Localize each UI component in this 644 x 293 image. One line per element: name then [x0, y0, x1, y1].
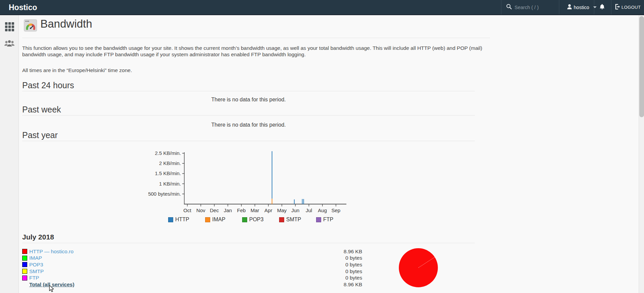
service-color-swatch — [22, 256, 27, 261]
chart-legend: HTTPIMAPPOP3SMTPFTP — [168, 217, 353, 223]
section-heading-past-24-hours: Past 24 hours — [22, 81, 475, 91]
legend-label: HTTP — [175, 217, 189, 223]
table-row: Total (all services)8.96 KB — [22, 281, 362, 288]
table-row: HTTP — hostico.ro8.96 KB — [22, 248, 362, 255]
legend-item: SMTP — [279, 217, 316, 223]
timezone-note: All times are in the “Europe/Helsinki” t… — [22, 67, 132, 73]
brand-logo[interactable]: Hostico — [9, 3, 37, 12]
x-axis-month-label: May — [277, 207, 287, 213]
section-heading-past-year: Past year — [22, 131, 475, 141]
title-divider — [22, 38, 490, 38]
service-usage-value: 0 bytes — [288, 255, 362, 261]
chevron-down-icon — [593, 6, 597, 8]
legend-label: POP3 — [249, 217, 264, 223]
service-link[interactable]: POP3 — [29, 262, 288, 268]
y-tick-label: 2.5 KB/min. — [155, 150, 181, 156]
y-tick-label: 2 KB/min. — [159, 160, 181, 166]
user-icon — [567, 4, 572, 11]
past-year-bandwidth-chart: 2.5 KB/min.2 KB/min.1.5 KB/min.1 KB/min.… — [121, 145, 356, 216]
legend-item: POP3 — [242, 217, 279, 223]
x-axis-month-label: Apr — [264, 207, 272, 213]
header-divider — [559, 0, 559, 14]
legend-item: HTTP — [168, 217, 205, 223]
x-axis-month-label: Jun — [291, 207, 299, 213]
x-axis-month-label: Nov — [196, 207, 205, 213]
logout-icon — [615, 4, 620, 11]
no-data-message: There is no data for this period. — [22, 122, 475, 128]
section-heading-july-2018: July 2018 — [22, 233, 475, 243]
y-tick-label: 1.5 KB/min. — [155, 170, 181, 176]
service-color-swatch — [22, 275, 27, 281]
table-row: SMTP0 bytes — [22, 268, 362, 275]
legend-swatch-ftp — [316, 217, 321, 222]
legend-swatch-smtp — [279, 217, 284, 222]
top-bar: Hostico Search ( / ) hostico LOGOUT — [0, 0, 644, 15]
y-tick-label: 500 bytes/min. — [148, 191, 181, 197]
x-axis-month-label: Feb — [237, 207, 246, 213]
y-tick-label: 1 KB/min. — [159, 181, 181, 187]
mouse-cursor — [49, 285, 56, 292]
section-heading-past-week: Past week — [22, 105, 475, 116]
header-divider — [611, 0, 611, 14]
service-color-swatch — [22, 269, 27, 274]
apps-grid-button[interactable] — [0, 21, 19, 34]
users-nav-button[interactable] — [0, 37, 19, 51]
x-axis-month-label: Mar — [251, 207, 259, 213]
service-link[interactable]: HTTP — hostico.ro — [29, 249, 288, 255]
legend-label: SMTP — [286, 217, 301, 223]
service-usage-value: 0 bytes — [288, 268, 362, 274]
search-input[interactable]: Search ( / ) — [506, 0, 557, 14]
legend-item: IMAP — [205, 217, 242, 223]
usage-table: HTTP — hostico.ro8.96 KBIMAP0 bytesPOP30… — [22, 248, 362, 288]
notifications-button[interactable] — [599, 0, 605, 14]
search-icon — [506, 4, 512, 11]
service-color-swatch — [22, 249, 27, 254]
x-axis-month-label: Jan — [224, 207, 232, 213]
service-link[interactable]: IMAP — [29, 255, 288, 261]
sidebar — [0, 15, 19, 293]
bandwidth-gauge-icon — [24, 19, 37, 33]
service-usage-value: 8.96 KB — [288, 249, 362, 255]
legend-swatch-imap — [205, 217, 210, 222]
service-color-swatch — [22, 262, 27, 267]
user-name: hostico — [574, 5, 589, 10]
service-usage-value: 8.96 KB — [288, 282, 362, 288]
scrollbar-thumb[interactable] — [639, 16, 644, 117]
search-placeholder: Search ( / ) — [515, 5, 539, 10]
x-axis-month-label: Jul — [306, 207, 312, 213]
x-axis-month-label: Sep — [332, 207, 341, 213]
user-menu[interactable]: hostico — [567, 0, 597, 14]
table-row: POP30 bytes — [22, 261, 362, 268]
x-axis-month-label: Oct — [183, 207, 191, 213]
header-divider — [501, 0, 501, 14]
bell-icon — [599, 4, 605, 11]
page-description: This function allows you to see the band… — [22, 45, 501, 58]
x-axis-month-label: Aug — [318, 207, 327, 213]
legend-swatch-http — [168, 217, 173, 222]
logout-label: LOGOUT — [621, 5, 641, 10]
no-data-message: There is no data for this period. — [22, 97, 475, 103]
logout-button[interactable]: LOGOUT — [615, 0, 641, 14]
usage-pie-chart — [399, 248, 438, 288]
legend-label: IMAP — [212, 217, 225, 223]
table-row: FTP0 bytes — [22, 274, 362, 281]
service-link[interactable]: SMTP — [29, 268, 288, 274]
total-all-services-link[interactable]: Total (all services) — [29, 282, 288, 288]
page-title: Bandwidth — [40, 18, 92, 30]
service-link[interactable]: FTP — [29, 275, 288, 281]
service-usage-value: 0 bytes — [288, 262, 362, 268]
grid-icon — [5, 22, 14, 33]
x-axis-month-label: Dec — [210, 207, 219, 213]
legend-item: FTP — [316, 217, 353, 223]
legend-swatch-pop3 — [242, 217, 247, 222]
scrollbar-track[interactable] — [639, 15, 644, 293]
users-icon — [4, 39, 15, 49]
service-usage-value: 0 bytes — [288, 275, 362, 281]
legend-label: FTP — [323, 217, 333, 223]
table-row: IMAP0 bytes — [22, 255, 362, 262]
